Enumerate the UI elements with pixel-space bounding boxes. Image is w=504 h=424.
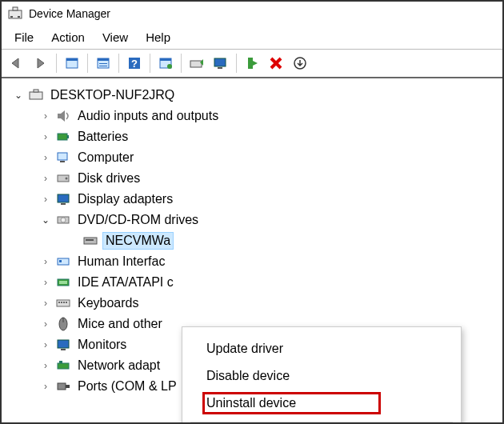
node-label: Disk drives <box>75 170 142 186</box>
expand-icon[interactable]: ⌄ <box>13 90 24 101</box>
svg-rect-39 <box>58 302 60 303</box>
enable-button[interactable] <box>240 52 264 74</box>
tree-node[interactable]: ›Computer <box>5 147 499 168</box>
tree-node[interactable]: ›Human Interfac <box>5 251 499 272</box>
svg-rect-8 <box>99 63 107 64</box>
battery-icon <box>54 130 72 144</box>
tree-node[interactable]: ›Batteries <box>5 126 499 147</box>
tree-root[interactable]: ⌄ DESKTOP-NUF2JRQ <box>5 85 499 106</box>
tree-node[interactable]: ›Disk drives <box>5 168 499 189</box>
titlebar: Device Manager <box>2 2 502 26</box>
node-label: Human Interfac <box>75 254 167 270</box>
expand-icon[interactable]: › <box>40 339 51 350</box>
ctx-separator <box>190 422 453 422</box>
svg-rect-16 <box>214 58 226 66</box>
svg-rect-22 <box>58 134 67 140</box>
svg-rect-25 <box>60 161 65 162</box>
root-label: DESKTOP-NUF2JRQ <box>48 87 177 103</box>
svg-text:?: ? <box>131 58 138 70</box>
svg-rect-29 <box>61 203 66 205</box>
tree-node[interactable]: ›Display adapters <box>5 189 499 210</box>
node-label: Computer <box>75 150 136 166</box>
hid-icon <box>54 254 72 269</box>
svg-rect-23 <box>67 135 69 138</box>
keyboard-icon <box>54 296 72 310</box>
expand-icon[interactable]: › <box>40 318 51 330</box>
scan-button[interactable] <box>154 52 178 74</box>
svg-rect-50 <box>66 385 70 388</box>
monitor-icon <box>54 338 72 352</box>
disk-icon <box>54 171 72 186</box>
svg-rect-20 <box>30 92 42 99</box>
svg-rect-41 <box>63 302 65 303</box>
tree-node[interactable]: ›Keyboards <box>5 293 499 314</box>
svg-rect-37 <box>59 281 67 284</box>
menu-action[interactable]: Action <box>43 27 93 47</box>
properties-button[interactable] <box>91 52 115 74</box>
ide-icon <box>54 275 72 290</box>
dvd-icon <box>54 213 72 227</box>
port-icon <box>54 379 72 394</box>
expand-icon[interactable]: › <box>40 173 51 184</box>
window-title: Device Manager <box>29 7 110 20</box>
svg-rect-47 <box>58 363 69 369</box>
collapse-icon[interactable]: ⌄ <box>40 214 51 226</box>
svg-rect-21 <box>34 90 38 92</box>
svg-rect-45 <box>58 340 69 348</box>
tree-node[interactable]: ›IDE ATA/ATAPI c <box>5 272 499 293</box>
tree-node[interactable]: ›Audio inputs and outputs <box>5 106 499 126</box>
expand-icon[interactable]: › <box>40 277 51 288</box>
svg-rect-46 <box>61 349 66 350</box>
svg-rect-2 <box>10 16 13 18</box>
expand-icon[interactable]: › <box>40 298 51 309</box>
expand-icon[interactable]: › <box>40 381 51 392</box>
forward-button[interactable] <box>29 52 53 74</box>
svg-rect-40 <box>61 302 62 303</box>
back-button[interactable] <box>5 52 29 74</box>
ctx-disable-device[interactable]: Disable device <box>182 362 461 390</box>
svg-rect-5 <box>66 58 78 61</box>
svg-point-31 <box>61 218 66 222</box>
ctx-label: Update driver <box>206 342 283 355</box>
computer-root-icon <box>27 88 45 102</box>
node-label: Keyboards <box>75 295 142 311</box>
view-button[interactable] <box>60 52 84 74</box>
expand-icon[interactable]: › <box>40 131 51 142</box>
svg-rect-9 <box>99 66 107 66</box>
ctx-update-driver[interactable]: Update driver <box>182 335 461 362</box>
toolbar-vsep <box>181 54 182 73</box>
expand-icon[interactable]: › <box>40 194 51 205</box>
svg-rect-35 <box>59 260 62 262</box>
ctx-uninstall-device[interactable]: Uninstall device <box>182 390 461 417</box>
computer-icon <box>54 150 72 165</box>
dvd-device-icon <box>82 234 99 248</box>
svg-rect-15 <box>190 61 202 67</box>
help-button[interactable]: ? <box>122 52 146 74</box>
update-driver-button[interactable] <box>185 52 209 74</box>
menu-help[interactable]: Help <box>138 27 178 47</box>
delete-button[interactable] <box>264 52 288 74</box>
svg-rect-18 <box>248 58 253 69</box>
tree-node[interactable]: ⌄DVD/CD-ROM drives <box>5 210 499 230</box>
expand-icon[interactable]: › <box>40 360 51 371</box>
menu-view[interactable]: View <box>94 27 136 47</box>
device-tree[interactable]: ⌄ DESKTOP-NUF2JRQ ›Audio inputs and outp… <box>2 78 502 403</box>
toolbar-vsep <box>87 54 88 73</box>
eject-button[interactable] <box>288 52 312 74</box>
tree-leaf-selected[interactable]: NECVMWa <box>5 230 499 251</box>
menu-file[interactable]: File <box>6 27 42 47</box>
toolbar-vsep <box>236 54 237 73</box>
toolbar-vsep <box>118 54 119 73</box>
menubar: File Action View Help <box>2 26 502 49</box>
toolbar-vsep <box>150 54 150 73</box>
expand-icon[interactable]: › <box>40 256 51 267</box>
expand-icon[interactable]: › <box>40 152 51 163</box>
node-label: DVD/CD-ROM drives <box>75 212 201 228</box>
node-label: Display adapters <box>75 191 175 207</box>
node-label: Network adapt <box>75 358 162 374</box>
expand-icon[interactable]: › <box>40 110 51 122</box>
ctx-label: Uninstall device <box>206 396 296 410</box>
uninstall-monitor-button[interactable] <box>209 52 233 74</box>
svg-rect-49 <box>58 383 66 390</box>
svg-rect-17 <box>218 67 222 69</box>
